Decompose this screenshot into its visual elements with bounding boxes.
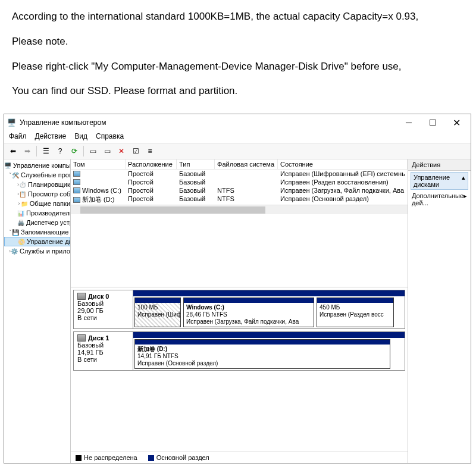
tree-services[interactable]: ›⚙️Службы и приложения bbox=[4, 246, 70, 256]
partition[interactable]: 新加卷 (D:)14,91 ГБ NTFSИсправен (Основной … bbox=[134, 339, 390, 369]
delete-button[interactable]: ✕ bbox=[115, 145, 128, 158]
menubar: Файл Действие Вид Справка bbox=[4, 131, 471, 143]
tree-root[interactable]: 🖥️Управление компьютером (л bbox=[4, 161, 70, 170]
intro-line-1: According to the international standard … bbox=[12, 10, 464, 24]
menu-view[interactable]: Вид bbox=[74, 132, 87, 140]
volume-row[interactable]: Windows (C:)ПростойБазовыйNTFSИсправен (… bbox=[71, 186, 408, 195]
volume-icon bbox=[73, 187, 80, 193]
actions-pane: Действия Управление дисками▴ Дополнитель… bbox=[408, 159, 471, 463]
legend: Не распределена Основной раздел bbox=[71, 452, 408, 463]
volume-list-header[interactable]: Том Расположение Тип Файловая система Со… bbox=[71, 159, 408, 170]
disk-icon bbox=[77, 334, 86, 342]
tree-disk-management[interactable]: 📀Управление дисками bbox=[4, 237, 70, 246]
actions-group-disk-management[interactable]: Управление дисками▴ bbox=[411, 172, 468, 190]
col-layout[interactable]: Расположение bbox=[126, 159, 177, 169]
properties-button[interactable]: ☑ bbox=[129, 145, 142, 158]
partition[interactable]: 450 МБИсправен (Раздел восс bbox=[317, 298, 394, 327]
chevron-right-icon: ▸ bbox=[464, 192, 467, 206]
disk-graphical-view[interactable]: Диск 0Базовый29,00 ГБВ сети100 МБИсправе… bbox=[71, 287, 408, 452]
intro-text: According to the international standard … bbox=[0, 0, 476, 114]
actions-header: Действия bbox=[408, 159, 471, 171]
help-button[interactable]: ? bbox=[54, 145, 67, 158]
partition[interactable]: 100 МБИсправен (Шифр bbox=[134, 298, 181, 327]
computer-management-window: 🖥️ Управление компьютером ─ ☐ ✕ Файл Дей… bbox=[4, 114, 471, 464]
list-button[interactable]: ≡ bbox=[143, 145, 156, 158]
titlebar[interactable]: 🖥️ Управление компьютером ─ ☐ ✕ bbox=[4, 114, 471, 131]
collapse-icon: ▴ bbox=[462, 174, 465, 188]
partition[interactable]: Windows (C:)28,46 ГБ NTFSИсправен (Загру… bbox=[183, 298, 314, 327]
disk-row[interactable]: Диск 0Базовый29,00 ГБВ сети100 МБИсправе… bbox=[73, 290, 405, 329]
menu-help[interactable]: Справка bbox=[96, 132, 124, 140]
forward-button[interactable]: ➡ bbox=[21, 145, 34, 158]
tree-device-manager[interactable]: 🖨️Диспетчер устройств bbox=[4, 218, 70, 227]
volume-row[interactable]: ПростойБазовыйИсправен (Раздел восстанов… bbox=[71, 178, 408, 186]
menu-file[interactable]: Файл bbox=[9, 132, 27, 140]
legend-primary: Основной раздел bbox=[148, 454, 209, 461]
col-type[interactable]: Тип bbox=[177, 159, 215, 169]
disk-row[interactable]: Диск 1Базовый14,91 ГБВ сети新加卷 (D:)14,91… bbox=[73, 331, 405, 371]
actions-more[interactable]: Дополнительные дей...▸ bbox=[408, 191, 471, 208]
volume-row[interactable]: 新加卷 (D:)ПростойБазовыйNTFSИсправен (Осно… bbox=[71, 195, 408, 205]
volume-icon bbox=[73, 179, 80, 185]
legend-unallocated: Не распределена bbox=[76, 454, 137, 461]
tree-task-scheduler[interactable]: ›⏱️Планировщик заданий bbox=[4, 180, 70, 189]
view-top-button[interactable]: ▭ bbox=[86, 145, 99, 158]
view-bottom-button[interactable]: ▭ bbox=[101, 145, 114, 158]
intro-line-3: Please right-click "My Computer-Manageme… bbox=[12, 60, 464, 74]
col-volume[interactable]: Том bbox=[71, 159, 126, 169]
intro-line-2: Please note. bbox=[12, 35, 464, 49]
minimize-button[interactable]: ─ bbox=[397, 115, 421, 130]
volume-icon bbox=[73, 197, 80, 203]
close-button[interactable]: ✕ bbox=[444, 115, 468, 130]
back-button[interactable]: ⬅ bbox=[7, 145, 20, 158]
col-status[interactable]: Состояние bbox=[278, 159, 408, 169]
volume-list[interactable]: Том Расположение Тип Файловая система Со… bbox=[71, 159, 408, 287]
show-hide-tree-button[interactable]: ☰ bbox=[39, 145, 52, 158]
center-pane: Том Расположение Тип Файловая система Со… bbox=[71, 159, 408, 463]
tree-shared-folders[interactable]: ›📁Общие папки bbox=[4, 199, 70, 208]
tree-system-tools[interactable]: ˅🛠️Служебные программы bbox=[4, 170, 70, 180]
disk-icon bbox=[77, 293, 86, 300]
tree-performance[interactable]: 📊Производительность bbox=[4, 208, 70, 218]
col-filesystem[interactable]: Файловая система bbox=[215, 159, 278, 169]
app-icon: 🖥️ bbox=[7, 118, 16, 127]
refresh-button[interactable]: ⟳ bbox=[68, 145, 81, 158]
menu-action[interactable]: Действие bbox=[35, 132, 67, 140]
volume-icon bbox=[73, 171, 80, 177]
disk-info[interactable]: Диск 0Базовый29,00 ГБВ сети bbox=[74, 290, 133, 328]
maximize-button[interactable]: ☐ bbox=[421, 115, 444, 130]
disk-info[interactable]: Диск 1Базовый14,91 ГБВ сети bbox=[74, 332, 133, 370]
volume-row[interactable]: ПростойБазовыйИсправен (Шифрованный (EFI… bbox=[71, 170, 408, 178]
volume-list-scrollbar[interactable] bbox=[71, 205, 408, 214]
tree-event-viewer[interactable]: ›📋Просмотр событий bbox=[4, 189, 70, 199]
window-title: Управление компьютером bbox=[20, 118, 397, 127]
tree-storage[interactable]: ˅💾Запоминающие устройст bbox=[4, 227, 70, 237]
toolbar: ⬅ ➡ ☰ ? ⟳ ▭ ▭ ✕ ☑ ≡ bbox=[4, 143, 471, 159]
intro-line-4: You can find our SSD. Please format and … bbox=[12, 84, 464, 98]
nav-tree[interactable]: 🖥️Управление компьютером (л ˅🛠️Служебные… bbox=[4, 159, 71, 463]
